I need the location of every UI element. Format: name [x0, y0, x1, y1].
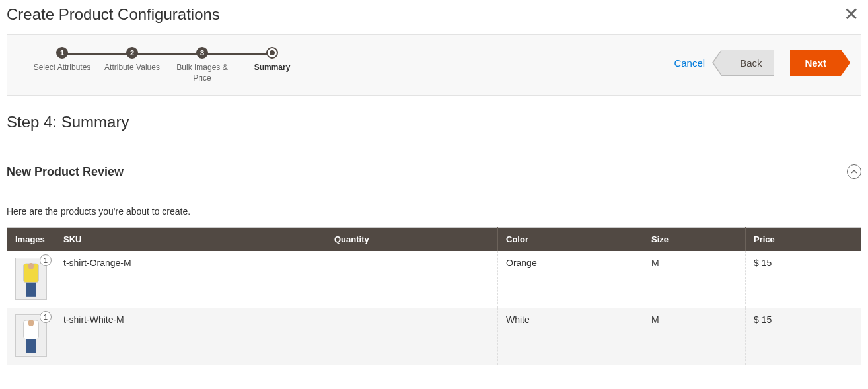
next-button[interactable]: Next	[790, 50, 841, 76]
step-select-attributes: 1 Select Attributes	[27, 47, 97, 73]
step-number-icon: 1	[56, 47, 68, 59]
th-sku: SKU	[55, 228, 326, 252]
cell-color: Orange	[498, 251, 643, 308]
step-connector	[62, 53, 132, 55]
step-number-icon: 2	[126, 47, 138, 59]
chevron-up-icon[interactable]	[847, 164, 861, 179]
back-button[interactable]: Back	[721, 50, 774, 76]
step-label: Attribute Values	[104, 63, 160, 73]
svg-point-3	[28, 263, 34, 269]
cell-color: White	[498, 308, 643, 365]
cell-quantity	[326, 308, 498, 365]
table-row: 1 t-shirt-White-MWhiteM$ 15	[7, 308, 861, 365]
svg-rect-2	[26, 283, 36, 297]
step-summary: Summary	[237, 47, 307, 73]
cell-sku: t-shirt-Orange-M	[55, 251, 326, 308]
step-connector	[202, 53, 272, 55]
cell-sku: t-shirt-White-M	[55, 308, 326, 365]
cell-price: $ 15	[746, 308, 861, 365]
th-images: Images	[7, 228, 55, 252]
table-row: 1 t-shirt-Orange-MOrangeM$ 15	[7, 251, 861, 308]
cell-quantity	[326, 251, 498, 308]
svg-point-7	[28, 320, 34, 326]
step-connector	[132, 53, 202, 55]
th-color: Color	[498, 228, 643, 252]
step-number-icon: 3	[196, 47, 208, 59]
step-label: Select Attributes	[34, 63, 91, 73]
cancel-button[interactable]: Cancel	[674, 57, 705, 69]
intro-text: Here are the products you're about to cr…	[7, 190, 861, 227]
image-count-badge: 1	[40, 254, 52, 266]
modal-title: Create Product Configurations	[7, 5, 220, 24]
th-size: Size	[643, 228, 746, 252]
cell-size: M	[643, 251, 746, 308]
wizard-steps: 1 Select Attributes 2 Attribute Values 3…	[27, 47, 307, 83]
svg-rect-6	[26, 339, 36, 353]
product-review-table: Images SKU Quantity Color Size Price 1 t…	[7, 227, 861, 365]
cell-size: M	[643, 308, 746, 365]
cell-price: $ 15	[746, 251, 861, 308]
image-count-badge: 1	[40, 311, 52, 323]
page-step-title: Step 4: Summary	[7, 96, 861, 138]
step-label: Summary	[254, 63, 291, 73]
step-label: Bulk Images & Price	[172, 63, 232, 83]
close-icon[interactable]: ✕	[841, 5, 861, 24]
step-attribute-values: 2 Attribute Values	[97, 47, 167, 73]
th-price: Price	[746, 228, 861, 252]
product-thumbnail[interactable]: 1	[15, 258, 47, 300]
th-quantity: Quantity	[326, 228, 498, 252]
product-thumbnail[interactable]: 1	[15, 314, 47, 357]
step-active-icon	[266, 47, 278, 59]
section-title: New Product Review	[7, 165, 124, 179]
